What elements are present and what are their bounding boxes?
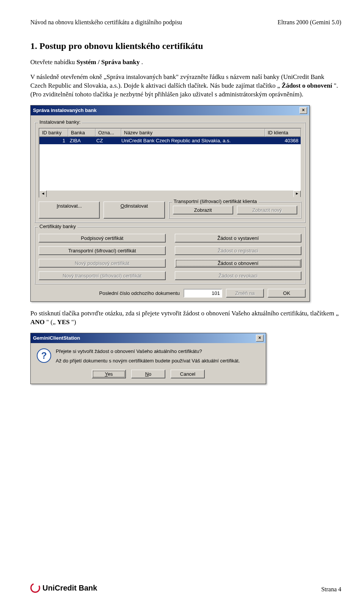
group-bank-certs-legend: Certifikáty banky xyxy=(38,224,77,229)
yes-button[interactable]: Yes xyxy=(92,370,126,378)
cell-bank: ZIBA xyxy=(67,137,94,144)
question-icon: ? xyxy=(37,348,51,363)
last-number-input[interactable] xyxy=(184,289,222,298)
scroll-left-icon[interactable]: ◄ xyxy=(39,191,47,198)
paragraph-3a: Po stisknutí tlačíka potvrďte otázku, zd… xyxy=(30,310,339,317)
paragraph-1c: . xyxy=(141,58,143,66)
paragraph-2a: V následně otevřeném okně „Správa instal… xyxy=(30,73,324,89)
new-transport-cert-button: Nový transportní (šifrovací) certifikát xyxy=(39,271,166,280)
show-new-button: Zobrazit nový xyxy=(237,206,297,214)
group-installed-banks: Instalované banky: ID banky Banka Ozna..… xyxy=(35,122,306,223)
paragraph-3e: ") xyxy=(71,318,76,326)
col-client[interactable]: ID klienta xyxy=(265,129,301,137)
col-name[interactable]: Název banky xyxy=(121,129,265,137)
col-ozna[interactable]: Ozna... xyxy=(96,129,121,137)
close-icon[interactable]: × xyxy=(256,335,264,342)
request-renew-button[interactable]: Žádost o obnovení xyxy=(175,259,302,268)
cell-id: 1 xyxy=(39,137,67,144)
no-button[interactable]: No xyxy=(131,370,165,378)
paragraph-3d: YES xyxy=(57,318,70,326)
request-issue-button[interactable]: Žádost o vystavení xyxy=(175,234,302,243)
unicredit-logo: UniCredit Bank xyxy=(30,583,97,593)
group-installed-legend: Instalované banky: xyxy=(38,119,82,125)
cell-client: 40368 xyxy=(266,137,301,144)
close-icon[interactable]: × xyxy=(300,107,307,114)
dialog-manage-banks: Správa instalovaných bank × Instalované … xyxy=(30,105,310,302)
install-button[interactable]: Instalovat... xyxy=(39,202,100,219)
last-number-label: Poslední číslo odchozího dokumentu xyxy=(99,290,180,296)
paragraph-1b: Systém / Správa banky xyxy=(77,58,140,66)
h-scrollbar[interactable]: ◄ ► xyxy=(39,191,301,197)
paragraph-3b: ANO xyxy=(30,318,45,326)
confirm-line2: Až do přijetí dokumentu s novým certifik… xyxy=(56,358,240,364)
paragraph-3: Po stisknutí tlačíka potvrďte otázku, zd… xyxy=(30,309,341,327)
paragraph-3c: " („ xyxy=(46,318,55,326)
scroll-right-icon[interactable]: ► xyxy=(293,191,301,198)
unicredit-logo-icon xyxy=(30,583,40,593)
bank-list[interactable]: ID banky Banka Ozna... Název banky ID kl… xyxy=(39,128,301,198)
dialog1-title: Správa instalovaných bank xyxy=(33,107,97,113)
confirm-line1: Přejete si vytvořit žádost o obnovení Va… xyxy=(56,348,240,354)
table-row[interactable]: 1 ZIBA CZ UniCredit Bank Czech Republic … xyxy=(39,137,301,144)
col-bank[interactable]: Banka xyxy=(68,129,96,137)
col-id[interactable]: ID banky xyxy=(39,129,68,137)
logo-text: UniCredit Bank xyxy=(42,584,97,592)
cancel-button[interactable]: Cancel xyxy=(171,370,205,378)
section-title: 1. Postup pro obnovu klientského certifi… xyxy=(30,41,341,51)
dialog2-title: GeminiClientStation xyxy=(33,335,80,341)
uninstall-button[interactable]: Odinstalovat xyxy=(104,202,165,219)
ok-button[interactable]: OK xyxy=(268,289,306,298)
change-button: Změň na xyxy=(226,289,264,298)
transport-cert-button[interactable]: Transportní (šifrovací) certifikát xyxy=(39,246,166,255)
paragraph-2b: Žádost o obnovení xyxy=(282,82,332,89)
paragraph-1: Otevřete nabídku Systém / Správa banky . xyxy=(30,58,341,67)
header-left: Návod na obnovu klientského certifikátu … xyxy=(30,19,182,26)
header-right: Eltrans 2000 (Gemini 5.0) xyxy=(278,19,341,26)
group-bank-certs: Certifikáty banky Podpisový certifikát Ž… xyxy=(35,227,306,284)
cell-ozna: CZ xyxy=(94,137,119,144)
group-transport-cert: Transportní (šifrovací) certifikát klien… xyxy=(169,202,301,219)
cell-name: UniCredit Bank Czech Republic and Slovak… xyxy=(119,137,266,144)
sign-cert-button[interactable]: Podpisový certifikát xyxy=(39,234,166,243)
paragraph-2: V následně otevřeném okně „Správa instal… xyxy=(30,73,341,99)
paragraph-1a: Otevřete nabídku xyxy=(30,58,77,66)
show-button[interactable]: Zobrazit xyxy=(173,206,233,214)
page-number: Strana 4 xyxy=(321,586,341,593)
request-register-button: Žádost o registraci xyxy=(175,246,302,255)
new-sign-cert-button: Nový podpisový certifikát xyxy=(39,259,166,268)
request-revoke-button: Žádost o revokaci xyxy=(175,271,302,280)
dialog-confirm: GeminiClientStation × ? Přejete si vytvo… xyxy=(30,333,266,384)
group-transport-legend: Transportní (šifrovací) certifikát klien… xyxy=(172,198,259,204)
svg-point-0 xyxy=(31,584,40,592)
